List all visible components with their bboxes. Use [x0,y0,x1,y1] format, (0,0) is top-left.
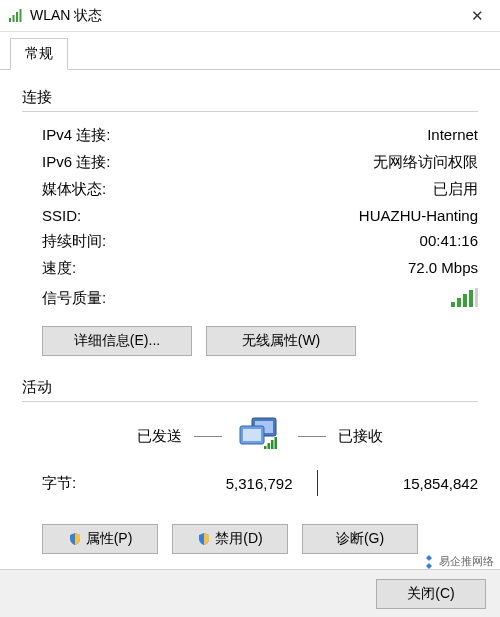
divider [22,111,478,112]
activity-diagram: 已发送 已接收 [42,412,478,462]
disable-label: 禁用(D) [215,530,262,548]
watermark-text: 易企推网络 [439,554,494,569]
row-ssid: SSID: HUAZHU-Hanting [22,203,478,228]
ipv6-value: 无网络访问权限 [373,153,478,172]
row-speed: 速度: 72.0 Mbps [22,255,478,282]
ssid-label: SSID: [42,207,359,224]
properties-button[interactable]: 属性(P) [42,524,158,554]
svg-rect-2 [16,12,18,22]
computers-icon [234,416,286,456]
row-duration: 持续时间: 00:41:16 [22,228,478,255]
signal-strength-icon [450,288,478,308]
svg-rect-8 [475,288,478,307]
activity-heading: 活动 [22,378,478,397]
watermark: 易企推网络 [422,554,494,569]
details-button[interactable]: 详细信息(E)... [42,326,192,356]
row-media: 媒体状态: 已启用 [22,176,478,203]
ssid-value: HUAZHU-Hanting [359,207,478,224]
received-label: 已接收 [338,427,383,446]
titlebar: WLAN 状态 ✕ [0,0,500,32]
speed-label: 速度: [42,259,408,278]
close-button[interactable]: 关闭(C) [376,579,486,609]
signal-label: 信号质量: [42,289,450,308]
tab-general[interactable]: 常规 [10,38,68,70]
wireless-properties-button[interactable]: 无线属性(W) [206,326,356,356]
svg-rect-4 [451,302,455,307]
shield-icon [197,532,211,546]
bytes-row: 字节: 5,316,792 15,854,842 [42,462,478,500]
ipv4-value: Internet [427,126,478,145]
svg-rect-0 [9,18,11,22]
activity-section: 已发送 已接收 字节: 5,316,792 15,854,842 [22,412,478,554]
footer: 关闭(C) [0,569,500,617]
ipv4-label: IPv4 连接: [42,126,427,145]
svg-rect-1 [13,15,15,22]
sent-label: 已发送 [137,427,182,446]
svg-rect-16 [275,437,278,449]
svg-rect-13 [264,446,267,449]
window-title: WLAN 状态 [30,7,102,25]
close-icon[interactable]: ✕ [454,0,500,32]
media-label: 媒体状态: [42,180,433,199]
tab-bar: 常规 [0,32,500,70]
watermark-icon [422,555,436,569]
row-ipv6: IPv6 连接: 无网络访问权限 [22,149,478,176]
svg-rect-7 [469,290,473,307]
ipv6-label: IPv6 连接: [42,153,373,172]
media-value: 已启用 [433,180,478,199]
speed-value: 72.0 Mbps [408,259,478,278]
disable-button[interactable]: 禁用(D) [172,524,288,554]
duration-value: 00:41:16 [420,232,478,251]
bytes-label: 字节: [42,474,132,493]
bytes-recv-value: 15,854,842 [318,475,479,492]
svg-rect-3 [20,9,22,22]
divider [22,401,478,402]
svg-rect-12 [243,429,261,441]
properties-label: 属性(P) [86,530,133,548]
svg-rect-6 [463,294,467,307]
content-area: 连接 IPv4 连接: Internet IPv6 连接: 无网络访问权限 媒体… [0,70,500,554]
duration-label: 持续时间: [42,232,420,251]
button-row-top: 详细信息(E)... 无线属性(W) [22,314,478,364]
diagnose-button[interactable]: 诊断(G) [302,524,418,554]
svg-rect-5 [457,298,461,307]
svg-rect-15 [271,440,274,449]
window-title-area: WLAN 状态 [8,7,454,25]
bytes-sent-value: 5,316,792 [132,475,317,492]
svg-rect-14 [268,443,271,449]
dash-left [194,436,222,437]
wifi-signal-icon [8,8,24,24]
button-row-bottom: 属性(P) 禁用(D) 诊断(G) [42,500,478,554]
row-signal: 信号质量: [22,282,478,314]
shield-icon [68,532,82,546]
dash-right [298,436,326,437]
row-ipv4: IPv4 连接: Internet [22,122,478,149]
connection-heading: 连接 [22,88,478,107]
